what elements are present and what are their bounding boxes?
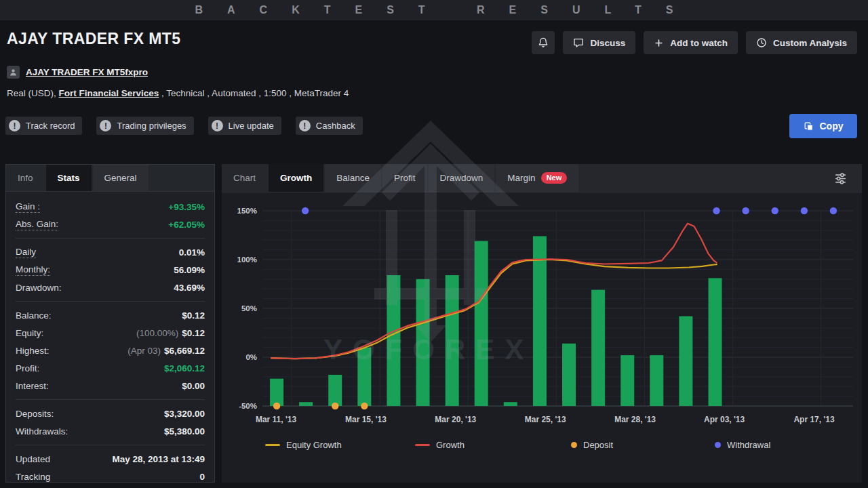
- growth-bar: [504, 402, 517, 406]
- exclamation-icon: !: [9, 120, 20, 131]
- x-axis-label: Apr 17, '13: [793, 415, 835, 424]
- legend-swatch: [415, 444, 430, 446]
- page-title: AJAY TRADER FX MT5: [7, 30, 180, 48]
- stat-label[interactable]: Abs. Gain:: [16, 219, 58, 230]
- legend-item-equity-growth[interactable]: Equity Growth: [265, 438, 342, 451]
- verification-badges: !Track record!Trading privileges!Live up…: [5, 117, 363, 135]
- stat-label: Equity:: [16, 328, 43, 338]
- stat-row-interest: Interest:$0.00: [16, 377, 205, 394]
- stat-value: 43.69%: [174, 283, 205, 293]
- tab-label: Balance: [336, 173, 370, 183]
- growth-bar: [709, 278, 722, 406]
- badge-track-record[interactable]: !Track record: [5, 117, 82, 135]
- badge-trading-privileges[interactable]: !Trading privileges: [96, 117, 193, 135]
- badge-live-update[interactable]: !Live update: [208, 117, 281, 135]
- legend-item-deposit[interactable]: Deposit: [571, 438, 613, 451]
- y-axis-label: 50%: [241, 304, 257, 312]
- chart-panel-tabs: ChartGrowthBalanceProfitDrawdownMarginNe…: [222, 164, 862, 192]
- deposit-marker: [332, 403, 338, 409]
- stat-group: Balance:$0.12Equity:(100.00%)$0.12Highes…: [16, 302, 205, 400]
- stat-label[interactable]: Daily: [16, 247, 36, 258]
- growth-bar: [475, 241, 488, 406]
- y-axis-label: 100%: [237, 256, 257, 264]
- chart-tab-growth[interactable]: Growth: [269, 164, 323, 192]
- badge-label: Live update: [229, 121, 274, 131]
- user-avatar-icon: [7, 66, 20, 79]
- info-panel: InfoStatsGeneral Gain :+93.35%Abs. Gain:…: [5, 164, 215, 483]
- stat-value: +93.35%: [168, 202, 205, 212]
- tab-label: Chart: [233, 173, 256, 183]
- page: BACKTEST RESULTS AJAY TRADER FX MT5 Disc…: [0, 0, 868, 488]
- withdrawal-marker: [801, 207, 808, 214]
- stat-label: Highest:: [16, 346, 50, 356]
- stat-label[interactable]: Gain :: [16, 201, 40, 213]
- legend-item-growth[interactable]: Growth: [415, 438, 465, 451]
- stat-row-monthly: Monthly:56.09%: [16, 261, 205, 279]
- badge-cashback[interactable]: !Cashback: [296, 117, 363, 135]
- stat-group: Gain :+93.35%Abs. Gain:+62.05%: [16, 193, 205, 239]
- exclamation-icon: !: [100, 120, 111, 131]
- stat-value-prefix: (Apr 03): [127, 346, 161, 356]
- info-tab-stats[interactable]: Stats: [46, 165, 92, 191]
- stat-row-gain: Gain :+93.35%: [16, 198, 205, 216]
- stat-label[interactable]: Monthly:: [16, 264, 50, 276]
- add-to-watch-button[interactable]: Add to watch: [644, 31, 738, 54]
- tab-label: General: [104, 173, 137, 183]
- stat-value: (Apr 03)$6,669.12: [127, 346, 205, 356]
- username-link[interactable]: AJAY TRADER FX MT5fxpro: [26, 67, 148, 77]
- y-axis-label: 0%: [245, 353, 257, 361]
- stat-value: 56.09%: [174, 265, 205, 275]
- account-row: AJAY TRADER FX MT5fxpro: [7, 66, 148, 79]
- stats-list: Gain :+93.35%Abs. Gain:+62.05%Daily0.01%…: [6, 192, 214, 488]
- growth-bar: [299, 402, 313, 406]
- copy-button[interactable]: Copy: [789, 114, 857, 138]
- legend-swatch: [571, 442, 577, 448]
- withdrawal-marker: [772, 207, 778, 214]
- tab-label: Stats: [58, 173, 80, 183]
- stat-value: +62.05%: [168, 220, 205, 230]
- stat-value: $0.12: [182, 310, 205, 321]
- chart-tab-chart[interactable]: Chart: [222, 164, 267, 192]
- backtest-results-banner: BACKTEST RESULTS: [0, 0, 868, 20]
- chart-tab-drawdown[interactable]: Drawdown: [429, 164, 495, 192]
- copy-icon: [804, 121, 814, 131]
- stat-row-deposits: Deposits:$3,320.00: [16, 405, 205, 422]
- notifications-button[interactable]: [532, 31, 555, 54]
- speech-icon: [573, 37, 584, 48]
- chart-legend: Equity GrowthGrowthDepositWithdrawal: [222, 438, 862, 451]
- stat-label: Updated: [16, 454, 50, 464]
- withdrawal-marker: [830, 207, 837, 214]
- x-axis-label: Mar 28, '13: [614, 415, 656, 424]
- info-tab-info[interactable]: Info: [6, 165, 45, 191]
- stat-label: Interest:: [16, 381, 49, 391]
- y-axis-label: 150%: [237, 207, 257, 215]
- stat-label: Profit:: [16, 363, 39, 373]
- account-attributes-text: , Technical , Automated , 1:500 , MetaTr…: [159, 88, 349, 98]
- legend-label: Deposit: [583, 440, 613, 450]
- growth-chart[interactable]: 150%100%50%0%-50%Mar 11, '13Mar 15, '13M…: [230, 198, 853, 432]
- growth-bar: [328, 375, 342, 406]
- stat-value-prefix: (100.00%): [136, 328, 178, 338]
- custom-analysis-button[interactable]: Custom Analysis: [746, 31, 857, 54]
- discuss-button[interactable]: Discuss: [563, 31, 635, 54]
- deposit-marker: [361, 403, 368, 409]
- stat-label: Tracking: [16, 472, 50, 482]
- info-tab-general[interactable]: General: [93, 165, 149, 191]
- x-axis-label: Mar 25, '13: [525, 415, 566, 424]
- legend-label: Withdrawal: [727, 440, 770, 450]
- legend-item-withdrawal[interactable]: Withdrawal: [715, 438, 770, 451]
- growth-bar: [679, 317, 692, 406]
- x-axis-label: Mar 20, '13: [435, 415, 476, 424]
- chart-tab-margin[interactable]: MarginNew: [496, 164, 578, 192]
- broker-link[interactable]: Fort Financial Services: [59, 88, 159, 98]
- account-type-text: Real (USD),: [7, 88, 59, 98]
- clock-icon: [756, 37, 767, 48]
- tab-label: Growth: [280, 173, 312, 183]
- chart-tab-profit[interactable]: Profit: [382, 164, 427, 192]
- chart-settings-icon[interactable]: [831, 169, 850, 188]
- exclamation-icon: !: [212, 120, 223, 131]
- tab-label: Info: [18, 173, 33, 183]
- badge-label: Track record: [26, 121, 75, 131]
- growth-bar: [533, 236, 547, 406]
- chart-tab-balance[interactable]: Balance: [325, 164, 381, 192]
